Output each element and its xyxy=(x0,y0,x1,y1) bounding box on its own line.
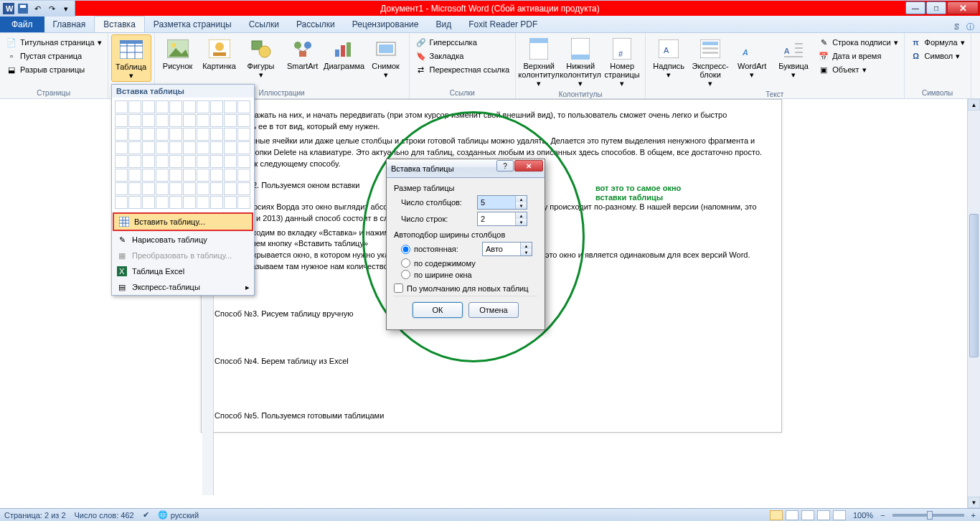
grid-cell[interactable] xyxy=(128,182,141,195)
dropcap-button[interactable]: AБуквица ▾ xyxy=(773,34,814,80)
spin-down-icon[interactable]: ▼ xyxy=(521,249,532,255)
datetime-button[interactable]: 📅Дата и время xyxy=(816,50,899,62)
grid-cell[interactable] xyxy=(142,128,155,141)
spin-down-icon[interactable]: ▼ xyxy=(516,202,527,209)
grid-cell[interactable] xyxy=(224,196,237,209)
grid-cell[interactable] xyxy=(142,100,155,113)
grid-cell[interactable] xyxy=(237,141,250,154)
signature-button[interactable]: ✎Строка подписи ▾ xyxy=(816,36,899,49)
footer-button[interactable]: Нижний колонтитул ▾ xyxy=(560,34,600,89)
grid-cell[interactable] xyxy=(237,114,250,127)
spin-up-icon[interactable]: ▲ xyxy=(516,212,527,219)
grid-cell[interactable] xyxy=(156,182,169,195)
cols-input[interactable] xyxy=(478,196,515,209)
word-count[interactable]: Число слов: 462 xyxy=(75,511,134,520)
dialog-close-button[interactable]: ✕ xyxy=(514,160,543,172)
grid-cell[interactable] xyxy=(197,169,209,182)
grid-cell[interactable] xyxy=(183,155,196,168)
scroll-thumb[interactable] xyxy=(969,214,979,357)
tab-foxit[interactable]: Foxit Reader PDF xyxy=(460,17,546,32)
grid-cell[interactable] xyxy=(115,128,128,141)
title-page-button[interactable]: 📄Титульная страница ▾ xyxy=(4,36,103,49)
grid-cell[interactable] xyxy=(197,141,209,154)
tab-home[interactable]: Главная xyxy=(44,17,95,32)
word-icon[interactable]: W xyxy=(2,2,15,15)
grid-cell[interactable] xyxy=(142,155,155,168)
default-checkbox[interactable] xyxy=(394,283,403,293)
close-button[interactable]: ✕ xyxy=(947,1,979,14)
chart-button[interactable]: Диаграмма xyxy=(324,34,364,72)
grid-cell[interactable] xyxy=(197,155,209,168)
grid-cell[interactable] xyxy=(169,114,182,127)
grid-cell[interactable] xyxy=(142,196,155,209)
grid-cell[interactable] xyxy=(197,196,209,209)
minimize-button[interactable]: — xyxy=(905,1,925,14)
quick-tables-item[interactable]: ▤Экспресс-таблицы▸ xyxy=(112,279,254,295)
zoom-slider[interactable] xyxy=(892,514,964,517)
print-layout-view[interactable] xyxy=(770,510,783,520)
grid-cell[interactable] xyxy=(169,155,182,168)
zoom-thumb[interactable] xyxy=(927,511,933,520)
tab-layout[interactable]: Разметка страницы xyxy=(145,17,240,32)
grid-cell[interactable] xyxy=(183,141,196,154)
smartart-button[interactable]: SmartArt xyxy=(283,34,323,72)
page-break-button[interactable]: ⬓Разрыв страницы xyxy=(4,63,103,76)
pagenum-button[interactable]: #Номер страницы ▾ xyxy=(602,34,642,89)
qat-more-icon[interactable]: ▾ xyxy=(60,2,72,15)
grid-cell[interactable] xyxy=(237,182,250,195)
spellcheck-icon[interactable]: ✔ xyxy=(143,510,149,520)
grid-cell[interactable] xyxy=(237,100,250,113)
header-button[interactable]: Верхний колонтитул ▾ xyxy=(519,34,559,89)
fullscreen-view[interactable] xyxy=(786,510,798,520)
grid-cell[interactable] xyxy=(183,100,196,113)
fixed-radio[interactable] xyxy=(401,245,410,254)
redo-icon[interactable]: ↷ xyxy=(45,2,58,15)
spin-up-icon[interactable]: ▲ xyxy=(516,196,527,202)
tab-mail[interactable]: Рассылки xyxy=(288,17,344,32)
tab-insert[interactable]: Вставка xyxy=(94,16,145,32)
grid-cell[interactable] xyxy=(210,155,223,168)
cancel-button[interactable]: Отмена xyxy=(468,302,519,318)
grid-cell[interactable] xyxy=(210,128,223,141)
table-button[interactable]: Таблица▾ xyxy=(111,34,151,82)
grid-cell[interactable] xyxy=(197,182,209,195)
grid-cell[interactable] xyxy=(197,114,209,127)
equation-button[interactable]: πФормула ▾ xyxy=(909,36,966,49)
grid-cell[interactable] xyxy=(183,128,196,141)
scroll-down-icon[interactable]: ▼ xyxy=(968,497,980,508)
zoom-out-icon[interactable]: − xyxy=(880,511,885,520)
grid-cell[interactable] xyxy=(115,169,128,182)
page-status[interactable]: Страница: 2 из 2 xyxy=(4,511,66,520)
grid-cell[interactable] xyxy=(156,100,169,113)
content-radio[interactable] xyxy=(401,258,410,268)
scroll-up-icon[interactable]: ▲ xyxy=(968,99,980,111)
grid-cell[interactable] xyxy=(142,169,155,182)
ribbon-minimize-icon[interactable]: ꕷ xyxy=(954,22,959,32)
outline-view[interactable] xyxy=(817,510,830,520)
ok-button[interactable]: ОК xyxy=(413,302,463,318)
shapes-button[interactable]: Фигуры▾ xyxy=(241,34,281,80)
grid-cell[interactable] xyxy=(115,196,128,209)
grid-cell[interactable] xyxy=(156,114,169,127)
grid-cell[interactable] xyxy=(210,169,223,182)
grid-cell[interactable] xyxy=(156,141,169,154)
grid-cell[interactable] xyxy=(197,128,209,141)
grid-cell[interactable] xyxy=(156,155,169,168)
grid-cell[interactable] xyxy=(169,182,182,195)
web-view[interactable] xyxy=(801,510,814,520)
grid-cell[interactable] xyxy=(169,128,182,141)
vertical-scrollbar[interactable]: ▲ ▼ xyxy=(967,99,980,508)
zoom-in-icon[interactable]: + xyxy=(971,511,976,520)
rows-spinner[interactable]: ▲▼ xyxy=(477,212,527,226)
help-icon[interactable]: ⓘ xyxy=(966,22,974,32)
grid-cell[interactable] xyxy=(128,169,141,182)
blank-page-button[interactable]: ▫Пустая страница xyxy=(4,50,103,62)
dialog-help-button[interactable]: ? xyxy=(496,160,514,172)
grid-cell[interactable] xyxy=(183,169,196,182)
undo-icon[interactable]: ↶ xyxy=(31,2,44,15)
excel-table-item[interactable]: XТаблица Excel xyxy=(112,263,254,279)
bookmark-button[interactable]: 🔖Закладка xyxy=(414,50,512,62)
grid-cell[interactable] xyxy=(237,155,250,168)
insert-table-item[interactable]: Вставить таблицу... xyxy=(113,212,253,231)
draft-view[interactable] xyxy=(833,510,846,520)
